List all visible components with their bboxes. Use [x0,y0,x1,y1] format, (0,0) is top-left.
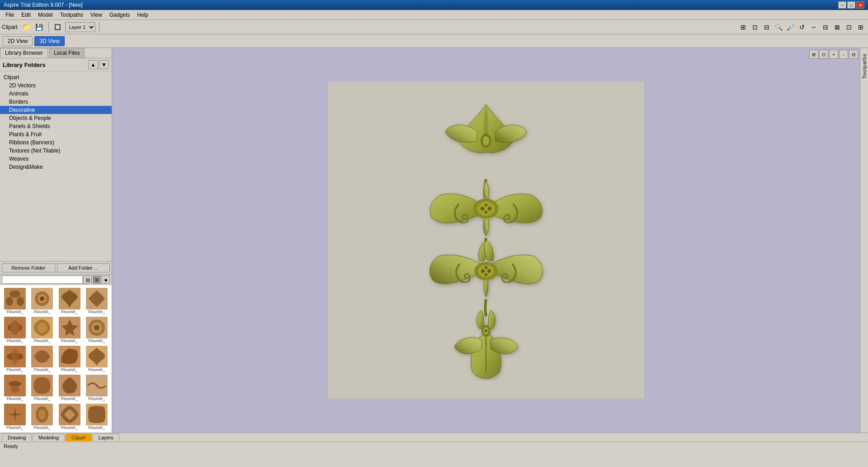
close-button[interactable]: ✕ [856,1,864,9]
view-mode-large[interactable]: ■ [102,276,110,284]
thumbnail-label: Flourish_ [30,396,54,401]
list-item[interactable]: Flourish_ [84,345,110,373]
tb-icon8[interactable]: ⊟ [820,22,831,33]
list-item[interactable]: Flourish_ [84,287,110,315]
view-fit-btn[interactable]: ⊟ [849,50,858,59]
tab-drawing[interactable]: Drawing [2,434,32,441]
list-item[interactable]: Flourish_ [57,316,83,344]
remove-folder-button[interactable]: Remove Folder [2,263,55,272]
list-item[interactable]: Flourish_ [2,287,28,315]
toolbar-right-icons: ⊞ ⊡ ⊟ 🔍 🔎 ↺ ↔ ⊟ ⊠ ⊡ ⊞ [738,22,866,33]
nav-up-button[interactable]: ▲ [88,60,98,69]
tree-item-plants-fruit[interactable]: Plants & Fruit [0,130,112,138]
menu-file[interactable]: File [2,11,18,19]
tree-item-ribbons[interactable]: Ribbons (Banners) [0,138,112,147]
maximize-button[interactable]: □ [847,1,855,9]
menu-model[interactable]: Model [34,11,57,19]
separator [48,22,49,33]
tree-item-borders[interactable]: Borders [0,98,112,106]
menu-edit[interactable]: Edit [18,11,34,19]
list-item[interactable]: Flourish_ [29,403,55,431]
layer-select[interactable]: Layer 1 [65,22,95,32]
tab-modeling[interactable]: Modeling [33,434,65,441]
list-item[interactable]: Flourish_ [57,287,83,315]
svg-point-23 [485,204,487,206]
snap-pts-btn[interactable]: ⊡ [750,22,760,33]
menu-bar: File Edit Model Toolpaths View Gadgets H… [0,10,868,20]
list-item[interactable]: Flourish_ [2,403,28,431]
thumbnail-image [59,375,80,396]
thumbnail-image [86,375,108,396]
svg-point-18 [483,136,489,145]
grid-btn[interactable]: ⊟ [761,22,772,33]
view-top-toolbar: ⊞ ⊡ + - ⊟ [809,50,858,59]
thumbnail-image [4,317,26,338]
tree-item-textures[interactable]: Textures (Not Tilable) [0,147,112,155]
tab-library-browser[interactable]: Library Browser [0,48,48,58]
flip-h-btn[interactable]: ↔ [808,22,819,33]
tree-item-panels-shields[interactable]: Panels & Shields [0,122,112,130]
minimize-button[interactable]: ─ [838,1,846,9]
list-item[interactable]: Flourish_ [57,345,83,373]
tree-item-2dvectors[interactable]: 2D Vectors [0,81,112,90]
tab-layers[interactable]: Layers [93,434,119,441]
combined-toolbar: Clipart 📁 💾 🔲 Layer 1 ⊞ ⊡ ⊟ 🔍 🔎 ↺ ↔ ⊟ ⊠ … [0,20,868,34]
tb-icon11[interactable]: ⊞ [855,22,866,33]
tree-item-animals[interactable]: Animals [0,90,112,98]
inner-canvas [328,82,644,399]
add-folder-button[interactable]: Add Folder ... [57,263,110,272]
list-item[interactable]: Flourish_ [2,374,28,402]
view-mode-medium[interactable]: ⊞ [93,276,101,284]
list-item[interactable]: Flourish_ [84,316,110,344]
tab-local-files[interactable]: Local Files [49,48,85,58]
layer-icon[interactable]: 🔲 [52,22,63,33]
rotate-btn[interactable]: ↺ [797,22,807,33]
tb-icon1[interactable]: 📁 [21,22,32,33]
tree-item-weaves[interactable]: Weaves [0,155,112,163]
view-zoom-in-btn[interactable]: + [829,50,838,59]
separator2 [99,22,99,33]
zoom-sel-btn[interactable]: 🔎 [785,22,796,33]
view-zoom-out-btn[interactable]: - [839,50,848,59]
toolpaths-label[interactable]: Toolpaths [861,50,868,82]
list-item[interactable]: Flourish_ [29,345,55,373]
view-reset-btn[interactable]: ⊞ [809,50,818,59]
right-toolpaths-sidebar[interactable]: Toolpaths [860,48,868,433]
list-item[interactable]: Flourish_ [29,316,55,344]
menu-gadgets[interactable]: Gadgets [106,11,133,19]
tree-root-clipart[interactable]: Clipart [0,73,112,81]
zoom-fit-btn[interactable]: 🔍 [773,22,784,33]
thumbnail-label: Flourish_ [3,396,27,401]
snap-grid-btn[interactable]: ⊞ [738,22,749,33]
tab-clipart[interactable]: Clipart [66,434,92,441]
thumbnail-label: Flourish_ [85,425,109,430]
list-item[interactable]: Flourish_ [29,287,55,315]
menu-view[interactable]: View [87,11,106,19]
thumbnail-label: Flourish_ [3,338,27,343]
nav-down-button[interactable]: ▼ [99,60,109,69]
tb-icon10[interactable]: ⊡ [844,22,854,33]
list-item[interactable]: Flourish_ [2,316,28,344]
list-item[interactable]: Flourish_ [84,403,110,431]
list-item[interactable]: Flourish_ [29,374,55,402]
left-panel: Library Browser Local Files Library Fold… [0,48,112,433]
list-item[interactable]: Flourish_ [57,403,83,431]
list-item[interactable]: Flourish_ [84,374,110,402]
tb-icon9[interactable]: ⊠ [832,22,843,33]
thumbnail-label: Flourish_ [85,310,109,314]
menu-help[interactable]: Help [133,11,152,19]
list-item[interactable]: Flourish_ [2,345,28,373]
tb-save[interactable]: 💾 [34,22,45,33]
menu-toolpaths[interactable]: Toolpaths [57,11,87,19]
tree-item-designmake[interactable]: Design&Make [0,163,112,171]
tree-item-objects-people[interactable]: Objects & People [0,114,112,122]
svg-point-10 [94,325,99,330]
view-3d-button[interactable]: 3D View [34,36,64,46]
thumbnail-label: Flourish_ [30,310,54,314]
view-mode-small[interactable]: ▤ [84,276,92,284]
view-2d-button[interactable]: 2D View [3,36,33,46]
view-iso-btn[interactable]: ⊡ [819,50,828,59]
thumbnail-search-input[interactable] [2,276,83,284]
tree-item-decorative[interactable]: Decorative [0,106,112,114]
list-item[interactable]: Flourish_ [57,374,83,402]
